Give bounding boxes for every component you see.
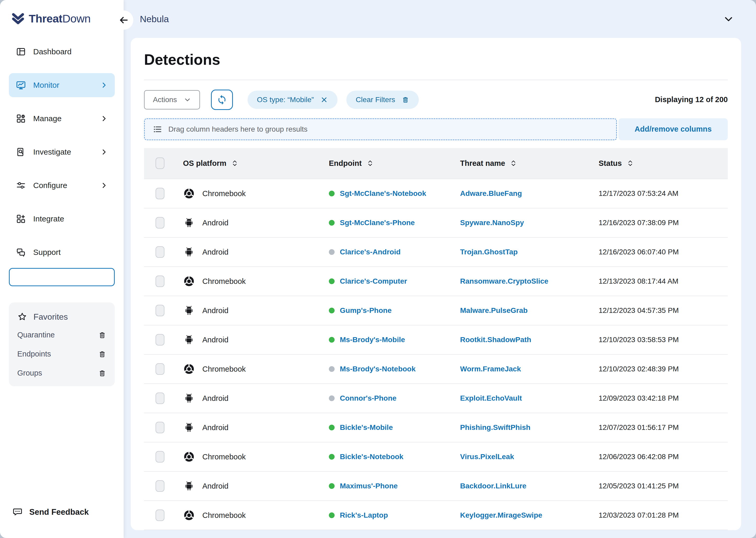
os-platform-label: Android <box>202 336 228 344</box>
table-body: ChromebookSgt-McClane's-NotebookAdware.B… <box>144 179 728 530</box>
select-all-checkbox[interactable] <box>156 157 164 169</box>
threat-name-link[interactable]: Phishing.SwiftPhish <box>460 423 531 431</box>
endpoint-cell: Sgt-McClane's-Notebook <box>324 189 457 198</box>
row-checkbox[interactable] <box>156 246 164 258</box>
trash-icon[interactable] <box>98 350 106 358</box>
row-checkbox[interactable] <box>156 217 164 229</box>
sidebar-item-monitor[interactable]: Monitor <box>9 73 115 97</box>
status-cell: 12/13/2023 08:17:44 AM <box>592 277 728 286</box>
endpoint-link[interactable]: Clarice's-Android <box>340 248 401 256</box>
threat-name-link[interactable]: Trojan.GhostTap <box>460 248 518 256</box>
android-icon <box>183 304 195 316</box>
row-checkbox[interactable] <box>156 451 164 462</box>
sidebar-item-manage[interactable]: Manage <box>9 107 115 131</box>
table-row: ChromebookClarice's-ComputerRansomware.C… <box>144 266 728 296</box>
clear-filters-label: Clear Filters <box>356 96 395 104</box>
actions-button[interactable]: Actions <box>144 90 200 109</box>
sidebar-search-input[interactable] <box>9 268 115 286</box>
endpoint-link[interactable]: Bickle's-Mobile <box>340 423 393 432</box>
group-dropzone[interactable]: Drag column headers here to group result… <box>144 118 617 140</box>
endpoint-link[interactable]: Maximus'-Phone <box>340 482 398 490</box>
threat-name-link[interactable]: Virus.PixelLeak <box>460 453 514 461</box>
endpoint-status-dot <box>329 396 335 401</box>
sidebar-item-label: Manage <box>33 114 61 123</box>
sidebar-item-label: Monitor <box>33 81 59 89</box>
os-platform-cell: Chromebook <box>178 188 324 199</box>
table-row: ChromebookBickle's-NotebookVirus.PixelLe… <box>144 442 728 471</box>
threat-name-link[interactable]: Worm.FrameJack <box>460 365 521 373</box>
threat-name-link[interactable]: Malware.PulseGrab <box>460 306 528 314</box>
sidebar-item-configure[interactable]: Configure <box>9 173 115 197</box>
send-feedback-button[interactable]: Send Feedback <box>9 507 115 518</box>
toolbar: Actions OS type: “Mobile” <box>144 89 728 110</box>
table-header: OS platform Endpoint Threat name Status <box>144 148 728 179</box>
chevron-down-icon[interactable] <box>723 14 734 25</box>
table-row: AndroidMs-Brody's-MobileRootkit.ShadowPa… <box>144 325 728 354</box>
chevron-right-icon <box>100 81 108 89</box>
endpoint-link[interactable]: Bickle's-Notebook <box>340 453 403 461</box>
favorite-label: Endpoints <box>17 350 51 358</box>
endpoint-link[interactable]: Sgt-McClane's-Notebook <box>340 189 426 198</box>
sidebar-item-dashboard[interactable]: Dashboard <box>9 40 115 64</box>
status-timestamp: 12/13/2023 08:17:44 AM <box>598 277 678 285</box>
threat-name-link[interactable]: Exploit.EchoVault <box>460 394 522 402</box>
column-header-threat-name[interactable]: Threat name <box>457 159 592 168</box>
endpoint-link[interactable]: Connor's-Phone <box>340 394 397 403</box>
endpoint-link[interactable]: Ms-Brody's-Mobile <box>340 336 405 344</box>
endpoint-link[interactable]: Gump's-Phone <box>340 306 392 315</box>
threat-name-link[interactable]: Backdoor.LinkLure <box>460 482 527 490</box>
endpoint-link[interactable]: Sgt-McClane's-Phone <box>340 219 415 227</box>
threat-name-link[interactable]: Rootkit.ShadowPath <box>460 336 531 344</box>
favorite-item-endpoints[interactable]: Endpoints <box>17 350 106 358</box>
sidebar-item-integrate[interactable]: Integrate <box>9 207 115 231</box>
brand-name: ThreatDown <box>29 12 91 25</box>
sidebar-collapse-button[interactable] <box>114 11 133 30</box>
trash-icon[interactable] <box>98 369 106 377</box>
threat-name-link[interactable]: Adware.BlueFang <box>460 189 522 197</box>
threat-name-cell: Virus.PixelLeak <box>457 453 592 461</box>
sidebar-item-investigate[interactable]: Investigate <box>9 140 115 164</box>
sort-icon[interactable] <box>626 159 634 167</box>
endpoint-link[interactable]: Ms-Brody's-Notebook <box>340 365 416 373</box>
endpoint-cell: Maximus'-Phone <box>324 482 457 490</box>
threat-name-link[interactable]: Keylogger.MirageSwipe <box>460 511 542 519</box>
favorites-title: Favorites <box>33 312 68 322</box>
filter-chip-os-type[interactable]: OS type: “Mobile” <box>248 91 338 109</box>
column-header-status[interactable]: Status <box>592 159 728 168</box>
refresh-button[interactable] <box>211 89 233 110</box>
threat-name-link[interactable]: Ransomware.CryptoSlice <box>460 277 548 285</box>
workspace-title: Nebula <box>140 14 169 24</box>
row-checkbox[interactable] <box>156 422 164 433</box>
endpoint-link[interactable]: Clarice's-Computer <box>340 277 407 286</box>
row-checkbox[interactable] <box>156 480 164 492</box>
row-checkbox[interactable] <box>156 393 164 404</box>
row-checkbox[interactable] <box>156 363 164 375</box>
dashboard-icon <box>16 46 26 57</box>
threat-name-link[interactable]: Spyware.NanoSpy <box>460 219 524 227</box>
trash-icon[interactable] <box>98 331 106 339</box>
group-bar: Drag column headers here to group result… <box>144 118 728 140</box>
row-checkbox[interactable] <box>156 188 164 199</box>
status-cell: 12/07/2023 01:56:17 PM <box>592 423 728 432</box>
row-checkbox[interactable] <box>156 510 164 521</box>
row-checkbox[interactable] <box>156 276 164 287</box>
manage-icon <box>16 113 26 124</box>
endpoint-status-dot <box>329 425 335 430</box>
sidebar-item-support[interactable]: Support <box>9 240 115 264</box>
status-timestamp: 12/07/2023 01:56:17 PM <box>598 423 679 431</box>
app-window: ThreatDown DashboardMonitorManageInvesti… <box>0 0 756 538</box>
row-checkbox[interactable] <box>156 334 164 346</box>
sort-icon[interactable] <box>366 159 374 167</box>
sidebar-item-label: Configure <box>33 181 67 190</box>
os-platform-cell: Android <box>178 480 324 492</box>
clear-filters-chip[interactable]: Clear Filters <box>346 91 419 109</box>
favorite-item-quarantine[interactable]: Quarantine <box>17 331 106 339</box>
column-header-endpoint[interactable]: Endpoint <box>324 159 457 168</box>
row-checkbox[interactable] <box>156 305 164 316</box>
favorite-item-groups[interactable]: Groups <box>17 369 106 377</box>
endpoint-link[interactable]: Rick's-Laptop <box>340 511 388 519</box>
sort-icon[interactable] <box>230 159 239 167</box>
column-header-os-platform[interactable]: OS platform <box>178 159 324 168</box>
add-remove-columns-button[interactable]: Add/remove columns <box>618 118 728 140</box>
sort-icon[interactable] <box>509 159 518 167</box>
